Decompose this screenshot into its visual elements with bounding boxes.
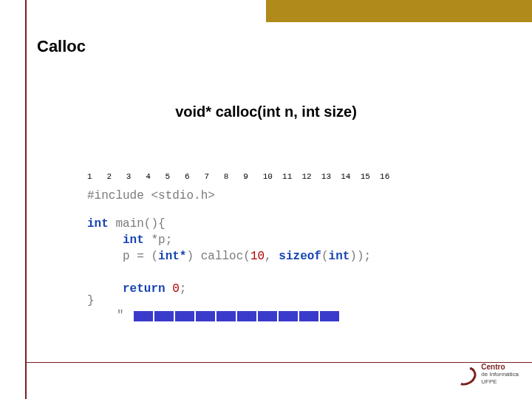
- memory-cell: [195, 310, 216, 322]
- assign-p: p: [123, 250, 130, 263]
- decl-p: p;: [158, 233, 172, 247]
- code-line-assign: p = (int*) calloc(10, sizeof(int));: [87, 248, 389, 265]
- calloc-comma: ,: [265, 250, 272, 263]
- main-parens: (): [144, 217, 158, 231]
- return-kw: return: [123, 282, 166, 296]
- header-accent-bar: [266, 0, 532, 22]
- preproc-include: #include: [87, 189, 144, 202]
- code-area: 1 2 3 4 5 6 7 8 9 10 11 12 13 14 15 16 #…: [87, 168, 389, 297]
- calloc-arg1: 10: [250, 250, 265, 263]
- bottom-divider: [25, 362, 532, 363]
- code-line-include: #include <stdio.h>: [87, 188, 389, 204]
- ident-main: main: [115, 217, 143, 231]
- brace-close: }: [87, 294, 95, 307]
- brace-open: {: [158, 217, 166, 231]
- memory-cells-row: [133, 310, 340, 322]
- logo-swoosh-icon: [451, 364, 477, 385]
- sizeof-open: (: [321, 250, 329, 263]
- memory-cell: [236, 310, 257, 322]
- slide-title: Calloc: [37, 37, 86, 56]
- slide-subtitle: void* calloc(int n, int size): [0, 103, 532, 120]
- memory-cell: [154, 310, 174, 322]
- logo-text: Centro de Informática UFPE: [481, 364, 519, 386]
- sizeof-close: ): [349, 250, 357, 263]
- memory-cell: [278, 310, 299, 322]
- cast-type: int*: [158, 250, 186, 263]
- code-line-blank: [87, 265, 389, 281]
- memory-cell: [299, 310, 319, 322]
- calloc-close: ): [357, 250, 364, 263]
- column-ruler: 1 2 3 4 5 6 7 8 9 10 11 12 13 14 15 16: [87, 168, 389, 185]
- cast-close: ): [186, 250, 194, 263]
- logo-line1: Centro: [481, 363, 505, 371]
- logo-line3: UFPE: [481, 378, 519, 386]
- preproc-header: <stdio.h>: [151, 189, 214, 202]
- memory-cell: [133, 310, 154, 322]
- memory-cell: [319, 310, 340, 322]
- logo-line2: de Informática: [481, 371, 519, 378]
- assign-eq: =: [137, 250, 144, 263]
- memory-cell: [257, 310, 278, 322]
- code-line-main: int main(){: [87, 216, 389, 232]
- code-main-block: int main(){ int *p; p = (int*) calloc(10…: [87, 216, 389, 297]
- kw-int-1: int: [87, 217, 109, 231]
- left-vertical-rule: [25, 0, 27, 399]
- return-semi: ;: [180, 282, 187, 296]
- memory-cell: [174, 310, 195, 322]
- footer-logo: Centro de Informática UFPE: [451, 364, 519, 386]
- calloc-open: (: [243, 250, 250, 263]
- sizeof-type: int: [329, 250, 350, 263]
- decl-star: *: [151, 233, 158, 247]
- cast-open: (: [151, 250, 158, 263]
- return-val: 0: [172, 282, 180, 296]
- kw-int-2: int: [123, 233, 144, 247]
- quote-mark: ": [117, 309, 124, 322]
- code-line-return: return 0;: [87, 281, 389, 297]
- code-line-decl: int *p;: [87, 232, 389, 248]
- sizeof-kw: sizeof: [279, 250, 321, 263]
- memory-cell: [216, 310, 236, 322]
- stmt-semi: ;: [364, 250, 372, 263]
- calloc-name: calloc: [201, 250, 244, 263]
- slide-root: Calloc void* calloc(int n, int size) 1 2…: [0, 0, 532, 399]
